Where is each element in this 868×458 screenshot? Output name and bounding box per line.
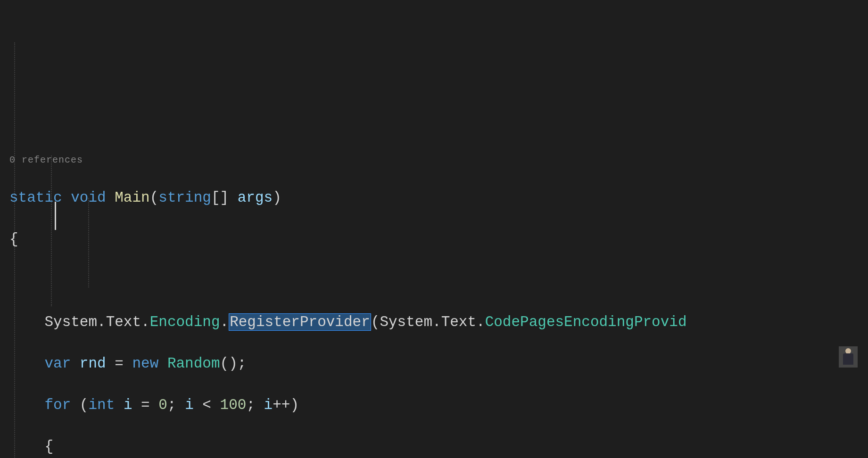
code-line[interactable]	[9, 270, 868, 291]
code-line[interactable]: {	[9, 229, 868, 250]
code-line[interactable]: var rnd = new Random();	[9, 353, 868, 374]
code-line[interactable]: static void Main(string[] args)	[9, 188, 868, 208]
codelens-references[interactable]: 0 references	[9, 154, 868, 167]
text-caret	[55, 202, 56, 230]
code-line[interactable]: for (int i = 0; i < 100; i++)	[9, 395, 868, 416]
code-line[interactable]: {	[9, 436, 868, 457]
code-editor[interactable]: 0 references static void Main(string[] a…	[0, 0, 868, 458]
webcam-pip	[839, 346, 858, 368]
code-line[interactable]: System.Text.Encoding.RegisterProvider(Sy…	[9, 312, 868, 333]
selected-symbol[interactable]: RegisterProvider	[229, 313, 371, 331]
